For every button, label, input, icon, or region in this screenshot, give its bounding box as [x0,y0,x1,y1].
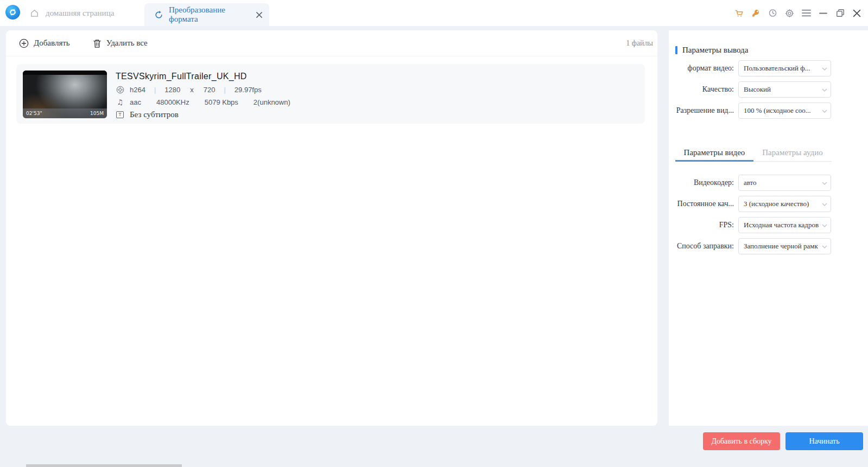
video-filesize: 105M [90,111,104,116]
video-height: 720 [204,86,216,94]
home-tab-label: домашняя страница [46,9,114,18]
start-button[interactable]: Начинать [785,432,863,450]
active-tab-label: Преобразование формата [169,5,250,24]
minimize-icon[interactable] [819,9,828,18]
taskbar-edge [26,464,182,467]
delete-all-button[interactable]: Удалить все [93,39,148,48]
accent-bar [675,46,677,54]
video-format-value: Пользовательский ф... [739,61,831,76]
chevron-down-icon [822,67,827,71]
file-list-panel: Добавлять Удалить все 1 файлы 02'53" 105… [6,30,657,426]
field-constant-quality: Постоянное кач... 3 (исходное качество) [669,196,831,212]
plus-circle-icon [19,39,29,48]
video-thumbnail: 02'53" 105M [23,71,107,118]
constant-quality-label: Постоянное кач... [669,200,734,208]
quality-value: Высокий [739,82,831,97]
fill-method-value: Заполнение черной рамк [739,239,831,254]
video-encoder-select[interactable]: авто [738,175,831,191]
window-controls [734,0,861,26]
output-params-title: Параметры вывода [682,46,748,55]
gear-icon[interactable] [785,9,794,18]
subtitle-label: Без субтитров [130,110,179,119]
tab-audio-params[interactable]: Параметры аудио [753,145,832,162]
file-info: TESVSkyrim_FullTrailer_UK_HD h264 | 1280… [116,71,290,117]
subtitle-icon: T [116,111,124,118]
resolution-value: 100 % (исходное соо... [739,103,831,118]
constant-quality-select[interactable]: 3 (исходное качество) [738,196,831,212]
subtitle-row: T Без субтитров [116,111,290,119]
fill-method-select[interactable]: Заполнение черной рамк [738,238,831,254]
convert-icon [154,10,163,20]
video-spec-row: h264 | 1280 x 720 | 29.97fps [116,86,290,94]
quality-label: Качество: [669,85,734,94]
tab-home[interactable]: домашняя страница [30,0,114,26]
video-encoder-value: авто [739,175,831,190]
audio-bitrate: 5079 Kbps [205,98,238,106]
field-fill-method: Способ заправки: Заполнение черной рамк [669,238,831,254]
times-label: x [190,86,194,94]
key-icon[interactable] [751,9,761,18]
add-files-button[interactable]: Добавлять [19,39,70,48]
separator: | [224,86,225,94]
field-quality: Качество: Высокий [669,81,831,98]
output-params-header: Параметры вывода [675,46,748,55]
tab-format-conversion[interactable]: Преобразование формата [144,3,269,26]
fill-method-label: Способ заправки: [669,242,734,251]
delete-all-label: Удалить все [106,39,148,48]
audio-spec-row: ♫ aac 48000KHz 5079 Kbps 2(unknown) [116,98,290,106]
video-encoder-label: Видеокодер: [669,178,734,187]
video-format-select[interactable]: Пользовательский ф... [738,60,831,76]
chevron-down-icon [822,182,827,185]
audio-channels: 2(unknown) [254,98,290,106]
resolution-select[interactable]: 100 % (исходное соо... [738,103,831,119]
quality-select[interactable]: Высокий [738,81,831,98]
separator: | [154,86,156,94]
fps-label: FPS: [669,221,734,229]
tabs-active-underline [675,160,753,162]
field-video-encoder: Видеокодер: авто [669,175,831,191]
add-to-queue-button[interactable]: Добавить в сборку [703,432,780,450]
video-format-label: формат видео: [669,64,734,73]
file-list-item[interactable]: 02'53" 105M TESVSkyrim_FullTrailer_UK_HD… [16,64,645,124]
resolution-label: Разрешение вид... [669,106,734,115]
constant-quality-value: 3 (исходное качество) [739,196,831,212]
field-fps: FPS: Исходная частота кадров [669,217,831,233]
restore-icon[interactable] [835,9,845,18]
music-note-icon: ♫ [116,98,124,106]
file-title: TESVSkyrim_FullTrailer_UK_HD [116,72,290,81]
field-video-format: формат видео: Пользовательский ф... [669,60,831,76]
cart-icon[interactable] [734,9,744,18]
history-icon[interactable] [768,9,777,18]
home-icon [30,9,39,18]
chevron-down-icon [822,203,827,206]
video-codec: h264 [130,86,145,94]
file-count-label: 1 файлы [626,39,653,48]
fps-value: Исходная частота кадров [739,217,831,233]
chevron-down-icon [822,110,827,113]
audio-sample-rate: 48000KHz [156,98,189,106]
video-duration: 02'53" [26,111,42,116]
field-resolution: Разрешение вид... 100 % (исходное соо... [669,103,831,119]
chevron-down-icon [822,88,827,92]
film-reel-icon [116,86,124,94]
settings-tabs: Параметры видео Параметры аудио [675,145,832,162]
output-settings-panel: Параметры вывода формат видео: Пользоват… [669,30,868,426]
title-bar: домашняя страница Преобразование формата [0,0,868,26]
close-icon[interactable] [852,9,861,18]
fps-select[interactable]: Исходная частота кадров [738,217,831,233]
trash-icon [93,39,102,48]
chevron-down-icon [822,245,827,248]
thumbnail-overlay: 02'53" 105M [23,108,107,118]
video-width: 1280 [164,86,180,94]
chevron-down-icon [822,224,827,227]
tab-video-params[interactable]: Параметры видео [675,145,753,162]
menu-icon[interactable] [802,9,811,18]
add-files-label: Добавлять [34,39,70,48]
app-logo-icon [5,5,20,20]
tab-close-icon[interactable] [256,11,263,18]
audio-codec: aac [130,98,141,106]
file-toolbar: Добавлять Удалить все 1 файлы [6,30,657,56]
video-fps: 29.97fps [235,86,262,94]
